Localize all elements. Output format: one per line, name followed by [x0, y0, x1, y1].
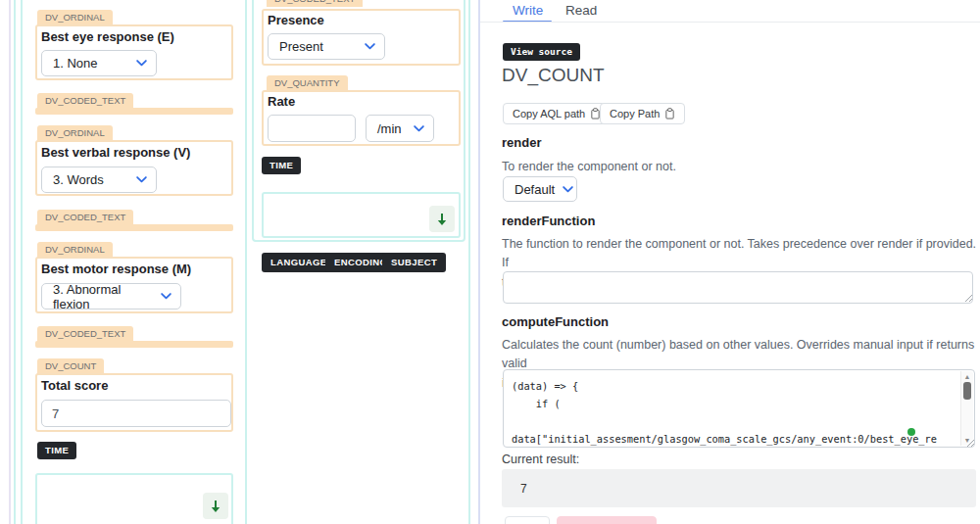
render-function-textarea[interactable]: [503, 271, 973, 304]
chevron-down-icon: [161, 293, 172, 300]
best-eye-response-select[interactable]: 1. None: [41, 50, 157, 76]
button-label: Copy Path: [610, 108, 660, 119]
current-result-value: 7: [520, 482, 527, 496]
compute-function-code-editor[interactable]: (data) => { if ( data["initial_assesment…: [503, 369, 975, 448]
tab-read[interactable]: Read: [565, 3, 597, 18]
dv-count-badge[interactable]: DV_COUNT: [37, 358, 104, 374]
bottom-action-button[interactable]: [505, 516, 550, 524]
scrollbar-thumb[interactable]: [963, 382, 971, 400]
select-value: 1. None: [53, 56, 98, 71]
time-badge[interactable]: TIME: [262, 157, 301, 174]
app-window: DV_ORDINAL Best eye response (E) 1. None…: [0, 0, 980, 524]
scroll-up-icon[interactable]: ▲: [961, 373, 973, 380]
subject-badge[interactable]: SUBJECT: [382, 253, 446, 272]
field-label: Best eye response (E): [41, 29, 174, 44]
dv-coded-text-badge[interactable]: DV_CODED_TEXT: [37, 326, 133, 342]
rate-unit-select[interactable]: /min: [366, 115, 434, 142]
move-down-button[interactable]: [203, 493, 228, 519]
render-description: To render the component or not.: [502, 158, 972, 176]
select-value: /min: [377, 121, 402, 136]
chevron-down-icon: [136, 176, 147, 183]
select-value: Default: [514, 182, 555, 197]
chevron-down-icon: [563, 186, 573, 193]
collapsed-field-bar[interactable]: [35, 224, 233, 231]
select-value: 3. Abnormal flexion: [53, 282, 153, 311]
dv-ordinal-badge[interactable]: DV_ORDINAL: [37, 242, 113, 258]
tab-write[interactable]: Write: [513, 3, 543, 18]
render-heading: render: [502, 135, 541, 150]
dv-coded-text-badge[interactable]: DV_CODED_TEXT: [37, 210, 133, 225]
field-label: Presence: [268, 13, 324, 27]
compute-function-heading: computeFunction: [502, 314, 609, 329]
presence-select[interactable]: Present: [268, 33, 385, 60]
dv-coded-text-badge[interactable]: DV_CODED_TEXT: [267, 0, 363, 7]
field-label: Best verbal response (V): [41, 145, 190, 160]
select-value: 3. Words: [53, 172, 104, 187]
render-select[interactable]: Default: [503, 176, 577, 202]
dv-ordinal-badge[interactable]: DV_ORDINAL: [37, 125, 113, 141]
chevron-down-icon: [414, 125, 424, 132]
arrow-down-icon: [210, 500, 221, 513]
dv-quantity-badge[interactable]: DV_QUANTITY: [267, 75, 348, 91]
select-value: Present: [279, 39, 323, 54]
best-verbal-response-select[interactable]: 3. Words: [41, 167, 157, 193]
time-badge[interactable]: TIME: [37, 442, 76, 459]
copy-aql-path-button[interactable]: Copy AQL path: [503, 103, 611, 124]
render-function-heading: renderFunction: [502, 214, 595, 228]
field-label: Rate: [268, 94, 295, 109]
current-result-label: Current result:: [502, 453, 579, 466]
code-scrollbar[interactable]: ▲ ▼: [960, 371, 973, 446]
collapsed-field-bar[interactable]: [35, 108, 233, 115]
collapsed-field-bar[interactable]: [35, 341, 233, 348]
panel-divider: [478, 0, 480, 524]
chevron-down-icon: [136, 60, 147, 67]
current-result-box: [502, 469, 976, 507]
left-edge-divider: [9, 0, 11, 524]
view-source-button[interactable]: View source: [503, 43, 580, 61]
move-down-button[interactable]: [429, 206, 455, 232]
copy-path-button[interactable]: Copy Path: [600, 103, 685, 124]
field-label: Best motor response (M): [41, 262, 191, 276]
resize-handle-icon[interactable]: [964, 294, 973, 303]
rate-input[interactable]: [268, 115, 356, 142]
collaborator-cursor-dot: [907, 428, 915, 436]
code-content: (data) => { if ( data["initial_assesment…: [512, 377, 937, 448]
bottom-delete-button[interactable]: [557, 516, 657, 524]
button-label: Copy AQL path: [513, 108, 585, 119]
selected-component-title: DV_COUNT: [502, 65, 605, 86]
field-label: Total score: [41, 378, 108, 393]
resize-handle-icon[interactable]: [966, 439, 975, 448]
tab-bar-divider: [480, 22, 980, 23]
clipboard-icon: [664, 108, 675, 119]
chevron-down-icon: [365, 43, 375, 50]
dv-coded-text-badge[interactable]: DV_CODED_TEXT: [37, 93, 133, 109]
total-score-input[interactable]: [41, 400, 231, 427]
dv-ordinal-badge[interactable]: DV_ORDINAL: [37, 10, 113, 25]
best-motor-response-select[interactable]: 3. Abnormal flexion: [41, 283, 181, 310]
arrow-down-icon: [436, 213, 448, 226]
